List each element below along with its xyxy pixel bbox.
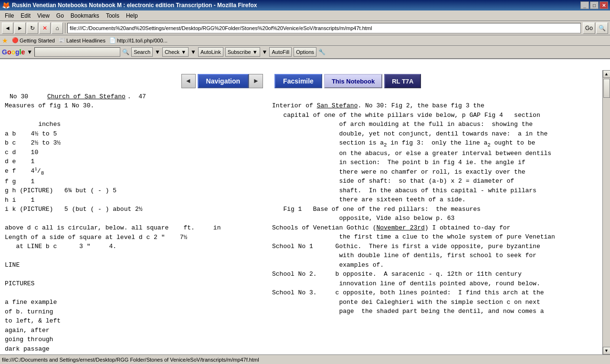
menubar: File Edit View Go Bookmarks Tools Help bbox=[0, 10, 610, 21]
fav-icon-gs: 🔴 bbox=[12, 37, 19, 43]
header-no: No 30 bbox=[10, 93, 28, 100]
status-text: file:///C:/Documents and Settings/ernest… bbox=[2, 357, 259, 363]
browser-icon: 🦊 bbox=[2, 1, 10, 9]
go-button[interactable]: Go bbox=[583, 22, 595, 34]
san-stefano-link[interactable]: San Stefano bbox=[317, 102, 358, 109]
back-button[interactable]: ◄ bbox=[2, 22, 13, 34]
left-arrow-icon: ◄ bbox=[186, 77, 190, 85]
google-search-input[interactable] bbox=[34, 47, 120, 57]
scroll-up-button[interactable]: ▲ bbox=[603, 70, 610, 78]
scroll-down-button[interactable]: ▼ bbox=[603, 347, 610, 354]
fav-link[interactable]: 📄 http://l1.to/i.php/000... bbox=[109, 37, 168, 43]
left-column: Measures of fig 1 No 30. inches a b 4½ t… bbox=[5, 101, 272, 354]
scroll-track[interactable] bbox=[603, 78, 610, 347]
fav-getting-started[interactable]: 🔴 Getting Started bbox=[12, 37, 55, 43]
right-column: Interior of San Stefano. No 30: Fig 2, t… bbox=[272, 101, 598, 354]
autolink-button[interactable]: AutoLink bbox=[198, 47, 223, 57]
fav-headlines[interactable]: 📰 Latest Headlines bbox=[59, 37, 105, 43]
wrench-icon: 🔧 bbox=[318, 49, 326, 55]
menu-help[interactable]: Help bbox=[123, 11, 141, 20]
google-toolbar: Google ▼ 🔍 Search ▼ Check ▼ ▼ AutoLink S… bbox=[0, 46, 610, 59]
stop-button[interactable]: ✕ bbox=[39, 22, 51, 34]
window-title: Ruskin Venetian Notebooks Notebook M : e… bbox=[12, 2, 257, 9]
header-line: No 30 Church of San Stefano . 47 bbox=[0, 92, 602, 101]
main-content: ◄ Navigation ► Facsimile This Notebook R… bbox=[0, 70, 602, 354]
top-this-notebook-button[interactable]: This Notebook bbox=[324, 74, 382, 88]
menu-bookmarks[interactable]: Bookmarks bbox=[68, 11, 102, 20]
left-text: Measures of fig 1 No 30. inches a b 4½ t… bbox=[5, 101, 263, 354]
google-dropdown-arrow[interactable]: ▼ bbox=[27, 49, 32, 55]
close-button[interactable]: ✕ bbox=[599, 1, 608, 9]
right-text: Interior of San Stefano. No 30: Fig 2, t… bbox=[272, 101, 598, 316]
text-content: Measures of fig 1 No 30. inches a b 4½ t… bbox=[0, 101, 602, 354]
favorites-bar: ★ 🔴 Getting Started 📰 Latest Headlines 📄… bbox=[0, 35, 610, 46]
november-link[interactable]: November 23rd bbox=[376, 224, 424, 231]
autofill-button[interactable]: AutoFill bbox=[269, 47, 292, 57]
search-button[interactable]: 🔍 bbox=[596, 22, 608, 34]
menu-edit[interactable]: Edit bbox=[18, 11, 33, 20]
address-bar: file:///C:/Documents%20and%20Settings/er… bbox=[67, 23, 581, 33]
titlebar: 🦊 Ruskin Venetian Notebooks Notebook M :… bbox=[0, 0, 610, 10]
menu-go[interactable]: Go bbox=[53, 11, 67, 20]
minimize-button[interactable]: _ bbox=[580, 1, 589, 9]
header-page: 47 bbox=[138, 93, 146, 100]
right-arrow-icon: ► bbox=[254, 77, 258, 85]
forward-button[interactable]: ► bbox=[14, 22, 26, 34]
toolbar-separator bbox=[65, 23, 65, 33]
top-prev-arrow[interactable]: ◄ bbox=[181, 74, 196, 88]
options-button[interactable]: Options bbox=[294, 47, 316, 57]
google-search-icon: 🔍 bbox=[122, 49, 129, 55]
reload-button[interactable]: ↻ bbox=[27, 22, 38, 34]
menu-view[interactable]: View bbox=[34, 11, 53, 20]
toolbar: ◄ ► ↻ ✕ ⌂ file:///C:/Documents%20and%20S… bbox=[0, 21, 610, 35]
scroll-thumb[interactable] bbox=[603, 79, 610, 98]
fav-icon: ★ bbox=[2, 37, 8, 44]
top-facsimile-button[interactable]: Facsimile bbox=[274, 74, 322, 88]
google-logo: Google bbox=[2, 48, 25, 56]
address-text[interactable]: file:///C:/Documents%20and%20Settings/er… bbox=[70, 25, 372, 31]
check-button[interactable]: Check ▼ bbox=[162, 47, 189, 57]
fav-icon-hl: 📰 bbox=[59, 37, 65, 43]
top-next-arrow[interactable]: ► bbox=[249, 74, 263, 88]
status-bar: file:///C:/Documents and Settings/ernest… bbox=[0, 354, 610, 364]
home-button[interactable]: ⌂ bbox=[52, 22, 63, 34]
top-nav-section: ◄ Navigation ► Facsimile This Notebook R… bbox=[0, 70, 602, 92]
menu-tools[interactable]: Tools bbox=[103, 11, 122, 20]
subscribe-button[interactable]: Subscribe ▼ bbox=[225, 47, 260, 57]
titlebar-left: 🦊 Ruskin Venetian Notebooks Notebook M :… bbox=[2, 1, 257, 9]
header-period: . bbox=[127, 93, 138, 100]
vertical-scrollbar[interactable]: ▲ ▼ bbox=[602, 70, 610, 354]
titlebar-controls[interactable]: _ □ ✕ bbox=[580, 1, 608, 9]
menu-file[interactable]: File bbox=[2, 11, 17, 20]
fav-icon-link: 📄 bbox=[109, 37, 116, 43]
maximize-button[interactable]: □ bbox=[590, 1, 599, 9]
google-search-button[interactable]: Search bbox=[131, 47, 153, 57]
header-location[interactable]: Church of San Stefano bbox=[47, 93, 126, 100]
top-navigation-button[interactable]: Navigation bbox=[198, 74, 249, 88]
top-rl-t7a-button[interactable]: RL T7A bbox=[384, 74, 421, 88]
